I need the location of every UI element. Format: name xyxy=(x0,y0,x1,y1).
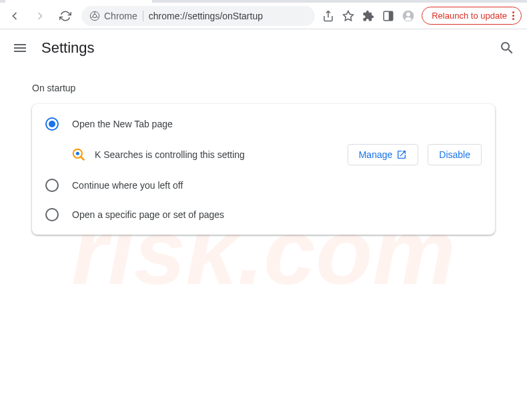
omnibox[interactable]: Chrome chrome://settings/onStartup xyxy=(81,6,315,26)
radio-option-continue[interactable]: Continue where you left off xyxy=(32,171,495,200)
radio-label: Continue where you left off xyxy=(72,180,183,191)
radio-button[interactable] xyxy=(45,117,59,131)
extensions-icon[interactable] xyxy=(362,9,375,23)
sidepanel-icon[interactable] xyxy=(382,9,395,23)
radio-option-new-tab[interactable]: Open the New Tab page xyxy=(32,109,495,139)
svg-rect-11 xyxy=(389,11,393,21)
browser-tab[interactable]: Settings - On startup ✕ xyxy=(5,0,152,3)
radio-label: Open the New Tab page xyxy=(72,119,173,129)
svg-point-13 xyxy=(406,12,410,16)
bookmark-star-icon[interactable] xyxy=(342,9,355,23)
url-text: chrome://settings/onStartup xyxy=(149,11,263,21)
relaunch-button[interactable]: Relaunch to update xyxy=(422,7,522,25)
page-title: Settings xyxy=(41,39,486,57)
extension-notice-text: K Searches is controlling this setting xyxy=(95,149,338,160)
relaunch-label: Relaunch to update xyxy=(432,11,507,21)
radio-label: Open a specific page or set of pages xyxy=(72,209,224,220)
svg-line-16 xyxy=(81,157,83,159)
more-dots-icon xyxy=(512,11,514,20)
radio-option-specific-page[interactable]: Open a specific page or set of pages xyxy=(32,200,495,229)
manage-label: Manage xyxy=(359,149,393,160)
svg-point-15 xyxy=(76,152,79,155)
chrome-label: Chrome xyxy=(104,11,137,21)
tab-bar: Settings - On startup ✕ + ⌄ xyxy=(0,0,527,3)
forward-button[interactable] xyxy=(31,7,49,25)
manage-button[interactable]: Manage xyxy=(348,144,419,165)
startup-card: Open the New Tab page K Searches is cont… xyxy=(32,104,495,235)
address-bar: Chrome chrome://settings/onStartup Relau… xyxy=(0,3,527,29)
ksearches-extension-icon xyxy=(72,148,85,161)
disable-button[interactable]: Disable xyxy=(428,144,482,165)
hamburger-menu-icon[interactable] xyxy=(12,40,28,56)
share-icon[interactable] xyxy=(322,9,335,23)
extension-notice-row: K Searches is controlling this setting M… xyxy=(32,139,495,171)
svg-marker-9 xyxy=(344,11,354,20)
chrome-prefix: Chrome xyxy=(89,11,137,21)
external-link-icon xyxy=(396,149,407,160)
radio-button[interactable] xyxy=(45,208,59,221)
settings-header: Settings xyxy=(0,29,527,67)
content-area: On startup Open the New Tab page K Searc… xyxy=(0,67,527,251)
reload-button[interactable] xyxy=(56,7,75,25)
profile-avatar-icon[interactable] xyxy=(402,9,415,23)
back-button[interactable] xyxy=(5,7,24,25)
svg-point-5 xyxy=(93,14,96,17)
section-title: On startup xyxy=(32,83,495,93)
url-divider xyxy=(143,11,143,21)
disable-label: Disable xyxy=(439,149,470,160)
search-icon[interactable] xyxy=(499,40,515,56)
radio-button[interactable] xyxy=(45,179,59,192)
